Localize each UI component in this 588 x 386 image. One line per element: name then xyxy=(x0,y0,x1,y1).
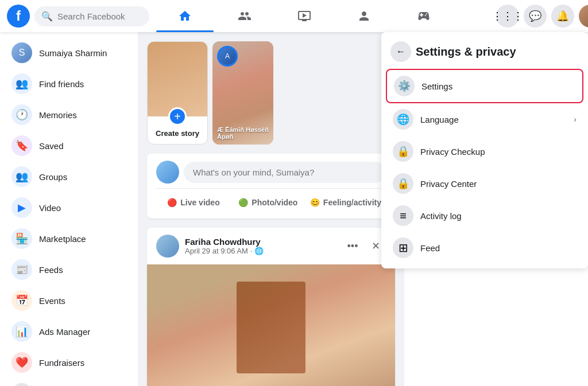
post-user-avatar xyxy=(156,161,179,184)
post-header-actions: ••• ✕ xyxy=(342,236,386,256)
sidebar-label-ads-manager: Ads Manager xyxy=(39,327,90,337)
post-box-top xyxy=(156,161,386,184)
sidebar-label-memories: Memories xyxy=(39,110,77,120)
nav-profile-button[interactable] xyxy=(335,2,393,30)
feeling-button[interactable]: 😊 Feeling/activity xyxy=(305,193,386,212)
search-input[interactable] xyxy=(57,11,142,21)
user-story-card[interactable]: A Æ Ēāmīñ Høssëñ Åpøñ xyxy=(212,41,273,145)
nav-home-button[interactable] xyxy=(156,2,214,30)
story-plus-icon: + xyxy=(168,107,187,126)
profile-avatar-button[interactable]: S xyxy=(579,5,588,28)
sidebar-item-marketplace[interactable]: 🏪 Marketplace xyxy=(5,224,133,254)
sidebar-label-find-friends: Find friends xyxy=(39,79,84,89)
post-menu-button[interactable]: ••• xyxy=(342,236,363,256)
stories-row: + Create story A Æ Ēāmīñ Høssëñ Åpøñ xyxy=(147,41,395,145)
nav-left: f 🔍 xyxy=(7,5,156,28)
post-image-inner xyxy=(147,264,395,386)
feed-icon: ⊞ xyxy=(393,237,413,258)
sidebar-item-events[interactable]: 📅 Events xyxy=(5,286,133,315)
nav-right: ⋮⋮⋮ 💬 🔔 S xyxy=(452,5,588,28)
sidebar-item-groups[interactable]: 👥 Groups xyxy=(5,162,133,192)
sidebar-item-find-friends[interactable]: 👥 Find friends xyxy=(5,69,133,99)
post-header: Fariha Chowdhury April 29 at 9:06 AM · 🌐… xyxy=(147,228,395,264)
settings-privacy-dropdown: ← Settings & privacy ⚙️ Settings 🌐 Langu… xyxy=(381,32,588,268)
events-icon: 📅 xyxy=(11,290,32,311)
notifications-button[interactable]: 🔔 xyxy=(551,5,574,28)
settings-item-feed[interactable]: ⊞ Feed xyxy=(386,232,583,264)
sidebar-label-saved: Saved xyxy=(39,141,64,151)
language-icon: 🌐 xyxy=(393,109,413,130)
settings-item-privacy-center[interactable]: 🔒 Privacy Center xyxy=(386,167,583,200)
nav-gaming-button[interactable] xyxy=(395,2,452,30)
settings-back-button[interactable]: ← xyxy=(390,41,411,62)
photo-video-button[interactable]: 🟢 Photo/video xyxy=(231,193,305,212)
create-story-card[interactable]: + Create story xyxy=(147,41,208,145)
search-box[interactable]: 🔍 xyxy=(34,6,149,26)
post-creation-box: 🔴 Live video 🟢 Photo/video 😊 Feeling/act… xyxy=(147,154,395,219)
chevron-right-icon: › xyxy=(574,115,577,124)
poster-name: Fariha Chowdhury xyxy=(185,237,336,247)
settings-title: Settings & privacy xyxy=(416,45,516,59)
facebook-logo[interactable]: f xyxy=(7,5,30,28)
settings-item-label-settings: Settings xyxy=(421,81,575,91)
video-icon: ▶ xyxy=(11,197,32,218)
photo-video-icon: 🟢 xyxy=(238,198,248,207)
create-story-label: Create story xyxy=(156,129,199,138)
settings-item-activity-log[interactable]: ≡ Activity log xyxy=(386,200,583,232)
feed-post: Fariha Chowdhury April 29 at 9:06 AM · 🌐… xyxy=(147,228,395,386)
sidebar-label-video: Video xyxy=(39,203,61,213)
settings-item-label-feed: Feed xyxy=(420,243,577,253)
sidebar-item-ads-manager[interactable]: 📊 Ads Manager xyxy=(5,317,133,346)
feeds-icon: 📰 xyxy=(11,259,32,280)
sidebar-label-feeds: Feeds xyxy=(39,265,63,275)
ads-manager-icon: 📊 xyxy=(11,321,32,342)
fundraisers-icon: ❤️ xyxy=(11,352,32,373)
settings-item-label-privacy-checkup: Privacy Checkup xyxy=(420,147,577,157)
memories-icon: 🕐 xyxy=(11,104,32,125)
settings-item-language[interactable]: 🌐 Language › xyxy=(386,103,583,135)
apps-button[interactable]: ⋮⋮⋮ xyxy=(496,5,519,28)
activity-log-icon: ≡ xyxy=(393,205,413,226)
messenger-button[interactable]: 💬 xyxy=(524,5,547,28)
see-more-icon: ▼ xyxy=(11,383,32,386)
sidebar-username: Sumaiya Sharmin xyxy=(39,48,107,58)
sidebar-item-see-more[interactable]: ▼ See more xyxy=(5,379,133,386)
feeling-icon: 😊 xyxy=(310,198,320,207)
marketplace-icon: 🏪 xyxy=(11,228,32,249)
sidebar-label-events: Events xyxy=(39,296,65,306)
groups-icon: 👥 xyxy=(11,166,32,187)
live-video-icon: 🔴 xyxy=(167,198,177,207)
user-avatar: S xyxy=(11,42,32,63)
settings-item-settings[interactable]: ⚙️ Settings xyxy=(386,69,583,103)
story-create-bg: + xyxy=(148,42,207,116)
left-sidebar: S Sumaiya Sharmin 👥 Find friends 🕐 Memor… xyxy=(0,32,138,386)
sidebar-item-fundraisers[interactable]: ❤️ Fundraisers xyxy=(5,348,133,377)
top-navigation: f 🔍 ⋮⋮⋮ 💬 🔔 S xyxy=(0,0,588,32)
settings-item-label-language: Language xyxy=(420,115,567,124)
nav-friends-button[interactable] xyxy=(216,2,273,30)
poster-avatar xyxy=(156,235,179,258)
sidebar-item-feeds[interactable]: 📰 Feeds xyxy=(5,255,133,284)
post-input[interactable] xyxy=(184,162,386,183)
sidebar-item-memories[interactable]: 🕐 Memories xyxy=(5,100,133,130)
settings-gear-icon: ⚙️ xyxy=(394,76,415,96)
settings-item-label-activity-log: Activity log xyxy=(420,211,577,221)
post-meta: April 29 at 9:06 AM · 🌐 xyxy=(185,247,336,255)
post-image xyxy=(147,264,395,386)
post-actions-bar: 🔴 Live video 🟢 Photo/video 😊 Feeling/act… xyxy=(156,188,386,212)
sidebar-item-user[interactable]: S Sumaiya Sharmin xyxy=(5,38,133,68)
search-icon: 🔍 xyxy=(41,11,53,22)
back-arrow-icon: ← xyxy=(396,46,405,57)
sidebar-label-groups: Groups xyxy=(39,172,67,182)
privacy-center-icon: 🔒 xyxy=(393,173,413,194)
story-user-avatar: A xyxy=(217,46,238,67)
saved-icon: 🔖 xyxy=(11,135,32,156)
find-friends-icon: 👥 xyxy=(11,73,32,94)
settings-item-privacy-checkup[interactable]: 🔒 Privacy Checkup xyxy=(386,135,583,167)
sidebar-item-video[interactable]: ▶ Video xyxy=(5,193,133,223)
nav-watch-button[interactable] xyxy=(276,2,333,30)
settings-item-label-privacy-center: Privacy Center xyxy=(420,179,577,189)
live-video-button[interactable]: 🔴 Live video xyxy=(156,193,231,212)
sidebar-item-saved[interactable]: 🔖 Saved xyxy=(5,131,133,161)
settings-header: ← Settings & privacy xyxy=(386,37,583,67)
